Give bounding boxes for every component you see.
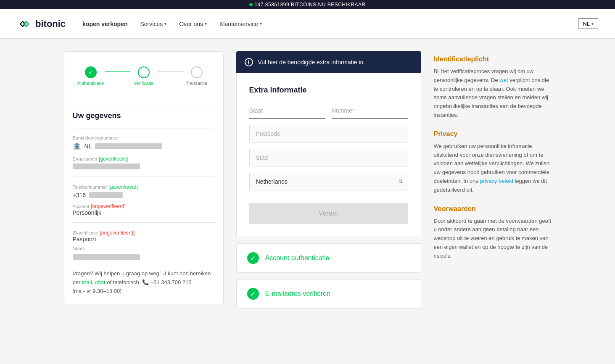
voorwaarden-text: Door akkoord te gaan met de voorwaarden … xyxy=(434,217,552,261)
identificatie-text: Bij het verificatieproces vragen wij om … xyxy=(434,67,552,120)
step-label-verificatie: Verificatie xyxy=(134,81,154,86)
logo-icon xyxy=(17,19,32,29)
info-section-voorwaarden: Voorwaarden Door akkoord te gaan met de … xyxy=(434,205,552,261)
form-title: Extra informatie xyxy=(249,86,408,95)
phone-label: Telefoonnummer xyxy=(73,185,107,190)
contact-phone: +31 343 700 212 xyxy=(150,279,192,285)
chat-link[interactable]: chat xyxy=(95,279,106,285)
verif-label-2: E-mailadres verifiëren xyxy=(265,290,331,298)
contact-info: Vragen? Wij helpen u graag op weg! U kun… xyxy=(73,269,215,295)
email-verified-badge[interactable]: [geverifieerd] xyxy=(99,156,128,162)
nummer-input[interactable] xyxy=(332,103,408,119)
nav-klantenservice[interactable]: Klantenservice ▾ xyxy=(219,21,262,27)
mail-link[interactable]: mail xyxy=(82,279,92,285)
navigation: bitonic kopen verkopen Services ▾ Over o… xyxy=(0,9,615,39)
chevron-down-icon: ▾ xyxy=(591,21,594,26)
divider-1 xyxy=(73,129,215,129)
step-connector-2 xyxy=(158,71,183,72)
email-value-blurred xyxy=(73,164,140,169)
flag-icon: 🏦 xyxy=(73,142,81,150)
account-label: Account xyxy=(73,204,90,209)
divider-top xyxy=(73,105,215,105)
country-select[interactable]: Netherlands Belgium Germany France xyxy=(250,173,408,190)
nav-links: kopen verkopen Services ▾ Over ons ▾ Kla… xyxy=(82,21,262,27)
identificatie-title: Identificatieplicht xyxy=(434,55,552,63)
form-row-staat-nummer xyxy=(249,103,408,119)
id-unverified-badge[interactable]: [ongeverifieerd] xyxy=(100,230,135,236)
contact-after-chat: of telefonisch. xyxy=(107,279,140,285)
info-banner: i Vul hier de benodigde extra informatie… xyxy=(236,51,421,73)
email-label: E-mailadres xyxy=(73,156,98,161)
form-panel: Extra informatie Netherlands Belgium xyxy=(236,73,421,237)
logo-link[interactable]: bitonic xyxy=(17,18,66,29)
phone-value: +316 xyxy=(73,192,86,198)
contact-hours: [ma - vr 9.30–18.00] xyxy=(73,288,121,294)
step-connector-1 xyxy=(105,71,130,72)
info-section-identificatie: Identificatieplicht Bij het verificatiep… xyxy=(434,55,552,120)
nav-over-ons[interactable]: Over ons ▾ xyxy=(179,21,207,27)
account-type: Persoonlijk xyxy=(73,209,215,216)
step-circle-authenticatie: ✓ xyxy=(85,66,97,78)
step-transactie: Transactie xyxy=(183,66,211,86)
account-section: Account [ongeverifieerd] xyxy=(73,203,215,209)
chevron-down-icon: ▾ xyxy=(260,21,262,26)
privacy-text: We gebruiken uw persoonlijke informatie … xyxy=(434,142,552,195)
id-type: Paspoort xyxy=(73,236,215,243)
divider-2 xyxy=(73,177,215,177)
verif-account-authenticatie: ✓ Account authenticatie xyxy=(236,243,421,273)
info-banner-text: Vul hier de benodigde extra informatie i… xyxy=(258,59,365,66)
stepper: ✓ Authenticatie Verificatie Transactie xyxy=(73,60,215,92)
step-label-transactie: Transactie xyxy=(186,81,207,86)
form-group-postcode xyxy=(249,125,408,142)
form-group-stad xyxy=(249,149,408,166)
id-section: ID-verificatie [ongeverifieerd] xyxy=(73,229,215,236)
wet-link[interactable]: wet xyxy=(499,77,508,83)
verder-button[interactable]: Verder xyxy=(249,203,408,224)
phone-icon: 📞 xyxy=(142,279,149,285)
nav-services[interactable]: Services ▾ xyxy=(140,21,166,27)
bank-country: NL xyxy=(84,143,92,150)
privacy-beleid-link[interactable]: privacy beleid xyxy=(480,178,513,184)
voorwaarden-title: Voorwaarden xyxy=(434,205,552,213)
top-bar: 147.85861899 BITCOINS NU BESCHIKBAAR xyxy=(0,0,615,9)
verif-emailadres: ✓ E-mailadres verifiëren xyxy=(236,279,421,309)
main-container: ✓ Authenticatie Verificatie Transactie U… xyxy=(55,51,560,309)
phone-number-blurred xyxy=(89,192,123,198)
info-section-privacy: Privacy We gebruiken uw persoonlijke inf… xyxy=(434,130,552,195)
check-icon-2: ✓ xyxy=(247,288,259,300)
name-label: Naam xyxy=(73,246,215,251)
step-verificatie: Verificatie xyxy=(130,66,158,86)
nav-kopen-verkopen[interactable]: kopen verkopen xyxy=(82,21,127,27)
left-panel: ✓ Authenticatie Verificatie Transactie U… xyxy=(64,51,224,304)
country-select-wrapper: Netherlands Belgium Germany France ⇅ xyxy=(249,173,408,190)
id-label: ID-verificatie xyxy=(73,230,98,235)
privacy-title: Privacy xyxy=(434,130,552,138)
form-group-nummer xyxy=(332,103,408,119)
middle-panel: i Vul hier de benodigde extra informatie… xyxy=(236,51,421,309)
chevron-down-icon: ▾ xyxy=(164,21,166,26)
account-unverified-badge[interactable]: [ongeverifieerd] xyxy=(91,203,126,209)
phone-row: +316 xyxy=(73,192,215,198)
phone-section: Telefoonnummer [geverifieerd] xyxy=(73,183,215,190)
logo-text: bitonic xyxy=(35,18,66,29)
right-panel: Identificatieplicht Bij het verificatiep… xyxy=(434,51,552,275)
phone-verified-badge[interactable]: [geverifieerd] xyxy=(108,184,137,190)
top-bar-text: 147.85861899 BITCOINS NU BESCHIKBAAR xyxy=(254,2,365,8)
divider-3 xyxy=(73,222,215,223)
staat-input[interactable] xyxy=(249,103,326,119)
email-section: E-mailadres [geverifieerd] xyxy=(73,155,215,162)
bank-number-blurred xyxy=(95,143,162,149)
step-circle-transactie xyxy=(191,66,203,78)
postcode-input[interactable] xyxy=(249,125,408,142)
language-selector[interactable]: NL ▾ xyxy=(578,18,598,29)
availability-dot xyxy=(249,3,253,6)
step-authenticatie: ✓ Authenticatie xyxy=(77,66,105,86)
chevron-down-icon: ▾ xyxy=(205,21,207,26)
step-circle-verificatie xyxy=(138,66,150,78)
user-data-title: Uw gegevens xyxy=(73,111,215,120)
verif-label-1: Account authenticatie xyxy=(265,254,330,262)
stad-input[interactable] xyxy=(249,149,408,166)
step-label-authenticatie: Authenticatie xyxy=(77,81,104,86)
bank-label: Bankrekeningnummer xyxy=(73,135,215,140)
info-icon: i xyxy=(245,58,253,66)
